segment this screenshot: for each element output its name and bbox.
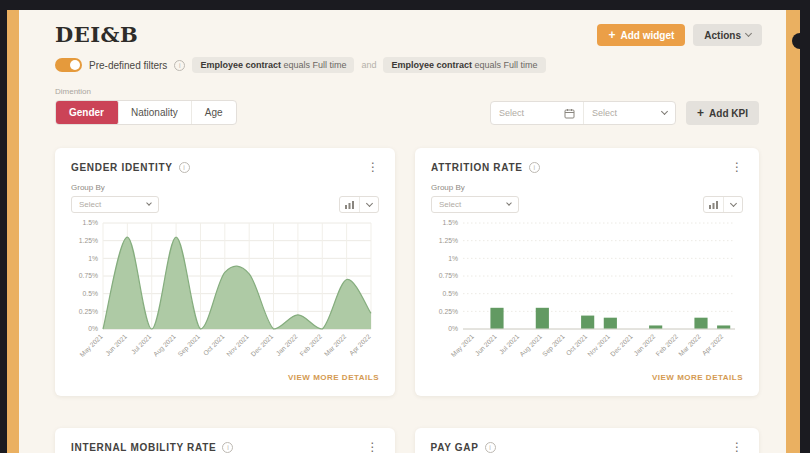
widget-header: PAY GAP i ⋮ (431, 441, 744, 453)
svg-text:0.25%: 0.25% (79, 308, 98, 315)
chart-type-dropdown[interactable] (359, 197, 378, 212)
filter-chip-condition: equals Full time (475, 60, 538, 70)
chevron-down-icon (729, 199, 736, 206)
predefined-filters-toggle[interactable] (55, 58, 82, 72)
chart-type-control (703, 196, 743, 213)
groupby-select[interactable]: Select (431, 196, 519, 213)
svg-text:Sep 2021: Sep 2021 (176, 333, 202, 359)
svg-text:Apr 2022: Apr 2022 (348, 333, 373, 358)
groupby-select-placeholder: Select (439, 200, 461, 209)
date-select[interactable]: Select (491, 102, 583, 124)
tab-nationality[interactable]: Nationality (118, 101, 192, 124)
link-row: VIEW MORE DETAILS (71, 366, 379, 384)
svg-text:Sep 2021: Sep 2021 (541, 333, 567, 359)
tab-age[interactable]: Age (192, 101, 236, 124)
kebab-menu-icon[interactable]: ⋮ (731, 161, 743, 173)
svg-text:1.25%: 1.25% (79, 237, 98, 244)
widget-header: INTERNAL MOBILITY RATE i ⋮ (71, 441, 379, 453)
svg-text:Nov 2021: Nov 2021 (225, 333, 250, 358)
date-select-placeholder: Select (499, 108, 524, 118)
svg-text:1%: 1% (448, 255, 458, 262)
kpi-select-combo: Select Select (490, 101, 676, 125)
svg-text:Apr 2022: Apr 2022 (700, 333, 725, 358)
widget-header: ATTRITION RATE i ⋮ (431, 161, 743, 173)
actions-button[interactable]: Actions (693, 24, 762, 46)
chevron-down-icon (146, 200, 152, 206)
info-icon[interactable]: i (529, 162, 540, 173)
dimension-tabs: Gender Nationality Age (55, 100, 237, 125)
svg-text:Aug 2021: Aug 2021 (152, 333, 178, 359)
actions-label: Actions (704, 30, 741, 41)
header-actions: + Add widget Actions (597, 24, 762, 46)
add-widget-button[interactable]: + Add widget (597, 24, 685, 46)
svg-text:Mar 2022: Mar 2022 (677, 333, 702, 358)
filter-chip-condition: equals Full time (283, 60, 346, 70)
tab-gender[interactable]: Gender (55, 100, 119, 125)
predefined-filters-label: Pre-defined filters (89, 60, 167, 71)
svg-text:Aug 2021: Aug 2021 (518, 333, 544, 359)
kebab-menu-icon[interactable]: ⋮ (731, 441, 743, 453)
frame-collapse-icon[interactable] (792, 33, 802, 49)
widget-attrition-rate: ATTRITION RATE i ⋮ Group By Select (415, 148, 759, 396)
add-kpi-button[interactable]: + Add KPI (686, 101, 759, 125)
header: DEI&B + Add widget Actions (19, 10, 786, 47)
svg-text:Dec 2021: Dec 2021 (609, 333, 634, 358)
kebab-menu-icon[interactable]: ⋮ (367, 441, 379, 453)
svg-text:Jun 2021: Jun 2021 (474, 333, 498, 357)
link-row: VIEW MORE DETAILS (431, 366, 743, 384)
dimension-kpi-row: Dimention Gender Nationality Age Select (55, 87, 759, 125)
metric-select-placeholder: Select (592, 108, 617, 118)
plus-icon: + (608, 29, 615, 41)
svg-text:0.75%: 0.75% (79, 272, 98, 279)
toggle-knob (70, 60, 80, 70)
page-title: DEI&B (55, 22, 138, 47)
widget-pay-gap: PAY GAP i ⋮ Group By (415, 428, 760, 453)
chart-type-icon[interactable] (704, 197, 723, 212)
svg-text:0%: 0% (448, 325, 458, 332)
widget-title: ATTRITION RATE (431, 162, 523, 173)
svg-text:Mar 2022: Mar 2022 (323, 333, 348, 358)
widget-grid-row1: GENDER IDENTITY i ⋮ Group By Select (55, 148, 759, 396)
filter-chip[interactable]: Employee contract equals Full time (192, 57, 354, 73)
groupby-label: Group By (71, 183, 159, 192)
info-icon[interactable]: i (179, 162, 190, 173)
groupby-field: Group By Select (71, 183, 159, 213)
svg-text:Oct 2021: Oct 2021 (202, 333, 226, 357)
chart-type-dropdown[interactable] (723, 197, 742, 212)
groupby-field: Group By Select (431, 183, 519, 213)
svg-text:0%: 0% (88, 325, 98, 332)
kebab-menu-icon[interactable]: ⋮ (367, 161, 379, 173)
svg-text:Oct 2021: Oct 2021 (564, 333, 588, 357)
calendar-icon (564, 108, 575, 119)
metric-select[interactable]: Select (583, 102, 675, 124)
filter-chip-field: Employee contract (200, 60, 281, 70)
svg-text:0.5%: 0.5% (443, 290, 459, 297)
info-icon[interactable]: i (222, 442, 233, 453)
widget-internal-mobility-rate: INTERNAL MOBILITY RATE i ⋮ Group By (55, 428, 395, 453)
svg-text:Jul 2021: Jul 2021 (498, 333, 521, 356)
svg-text:0.75%: 0.75% (439, 272, 458, 279)
view-more-details-link[interactable]: VIEW MORE DETAILS (652, 373, 743, 382)
groupby-select-placeholder: Select (79, 200, 101, 209)
widget-gender-identity: GENDER IDENTITY i ⋮ Group By Select (55, 148, 395, 396)
filter-chip[interactable]: Employee contract equals Full time (383, 57, 545, 73)
svg-text:Jan 2022: Jan 2022 (632, 333, 656, 357)
widget-title: PAY GAP (431, 442, 479, 453)
svg-text:Feb 2022: Feb 2022 (298, 333, 323, 358)
svg-text:May 2021: May 2021 (450, 333, 476, 359)
widget-header: GENDER IDENTITY i ⋮ (71, 161, 379, 173)
svg-text:Jun 2021: Jun 2021 (104, 333, 128, 357)
info-icon[interactable]: i (485, 442, 496, 453)
svg-text:0.25%: 0.25% (439, 308, 458, 315)
view-more-details-link[interactable]: VIEW MORE DETAILS (288, 373, 379, 382)
groupby-select[interactable]: Select (71, 196, 159, 213)
chart-type-control (339, 196, 379, 213)
dimension-label: Dimention (55, 87, 237, 96)
chart-type-icon[interactable] (340, 197, 359, 212)
plus-icon: + (697, 107, 704, 119)
filter-connector: and (361, 60, 376, 70)
dimension-group: Dimention Gender Nationality Age (55, 87, 237, 125)
svg-text:May 2021: May 2021 (78, 333, 104, 359)
widget-title: INTERNAL MOBILITY RATE (71, 442, 216, 453)
info-icon[interactable]: i (174, 60, 185, 71)
